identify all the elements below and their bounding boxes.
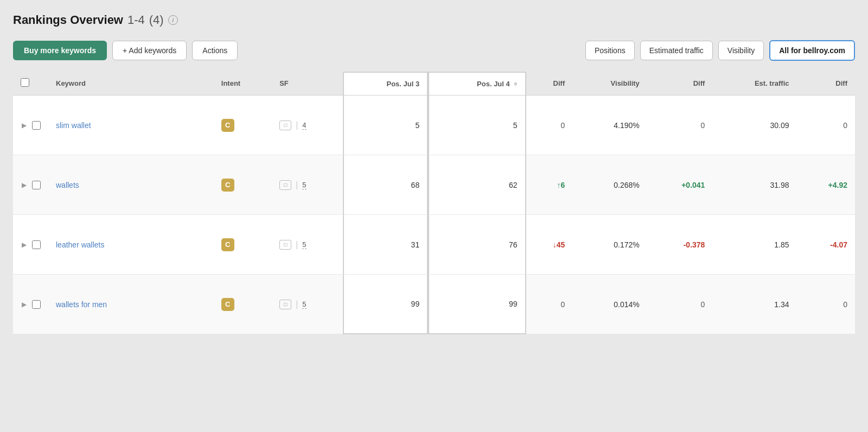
intent-badge: C: [221, 238, 234, 251]
sf-number[interactable]: 5: [302, 181, 306, 189]
keyword-cell: slim wallet: [48, 96, 214, 155]
row-checkbox[interactable]: [32, 121, 41, 130]
keyword-cell: wallets: [48, 155, 214, 215]
diff1-cell: ↑6: [526, 155, 573, 215]
table-row: ▶ slim wallet C □ | 4 5 5 0 4.190% 0 30.…: [13, 96, 855, 155]
sf-icon: □: [279, 180, 291, 190]
th-est-traffic: Est. traffic: [712, 72, 796, 96]
est-traffic-cell: 1.34: [712, 275, 796, 334]
est-traffic-cell: 31.98: [712, 155, 796, 215]
keyword-cell: wallets for men: [48, 275, 214, 334]
pos-jul4-cell: 76: [428, 215, 526, 275]
th-visibility: Visibility: [572, 72, 647, 96]
traffic-diff-cell: 0: [796, 96, 855, 155]
expand-button[interactable]: ▶: [21, 180, 28, 190]
keyword-link[interactable]: wallets: [56, 181, 79, 189]
sf-icon: □: [279, 240, 291, 250]
toolbar: Buy more keywords + Add keywords Actions…: [13, 40, 855, 61]
pos-jul3-cell: 68: [343, 155, 428, 215]
sf-cell: □ | 4: [272, 96, 343, 155]
visibility-cell: 0.172%: [572, 215, 647, 275]
select-all-checkbox[interactable]: [21, 78, 29, 87]
keyword-cell: leather wallets: [48, 215, 214, 275]
pos-jul3-cell: 99: [343, 275, 428, 334]
table-row: ▶ wallets C □ | 5 68 62 ↑6 0.268% +0.041…: [13, 155, 855, 215]
sf-icon: □: [279, 300, 291, 309]
sf-number[interactable]: 5: [302, 240, 306, 249]
diff1-cell: 0: [526, 275, 573, 334]
page-title: Rankings Overview 1-4 (4) i: [13, 13, 855, 27]
intent-cell: C: [214, 96, 272, 155]
sf-cell: □ | 5: [272, 275, 343, 334]
actions-button[interactable]: Actions: [192, 41, 238, 60]
visibility-cell: 4.190%: [572, 96, 647, 155]
th-diff2: Diff: [647, 72, 713, 96]
traffic-diff-cell: +4.92: [796, 155, 855, 215]
row-checkbox[interactable]: [32, 300, 41, 309]
intent-cell: C: [214, 155, 272, 215]
visibility-cell: 0.268%: [572, 155, 647, 215]
est-traffic-cell: 30.09: [712, 96, 796, 155]
th-intent: Intent: [214, 72, 272, 96]
traffic-diff-cell: 0: [796, 275, 855, 334]
estimated-traffic-tab[interactable]: Estimated traffic: [640, 41, 713, 60]
vis-diff-cell: +0.041: [647, 155, 713, 215]
buy-keywords-button[interactable]: Buy more keywords: [13, 41, 107, 60]
sf-number[interactable]: 4: [302, 121, 306, 130]
intent-cell: C: [214, 275, 272, 334]
pos-jul4-cell: 5: [428, 96, 526, 155]
th-keyword: Keyword: [48, 72, 214, 96]
sf-cell: □ | 5: [272, 215, 343, 275]
table-row: ▶ wallets for men C □ | 5 99 99 0 0.014%…: [13, 275, 855, 334]
vis-diff-cell: 0: [647, 96, 713, 155]
expand-button[interactable]: ▶: [21, 300, 28, 309]
site-filter-button[interactable]: All for bellroy.com: [769, 40, 855, 61]
pos-jul4-cell: 99: [428, 275, 526, 334]
visibility-tab[interactable]: Visibility: [718, 41, 764, 60]
vis-diff-cell: -0.378: [647, 215, 713, 275]
sort-icon[interactable]: ≡: [514, 81, 518, 87]
intent-badge: C: [221, 119, 234, 132]
sf-cell: □ | 5: [272, 155, 343, 215]
traffic-diff-cell: -4.07: [796, 215, 855, 275]
pos-jul3-cell: 5: [343, 96, 428, 155]
intent-badge: C: [221, 179, 234, 192]
expand-button[interactable]: ▶: [21, 120, 28, 130]
intent-badge: C: [221, 298, 234, 311]
sf-number[interactable]: 5: [302, 300, 306, 309]
th-checkbox: [13, 72, 48, 96]
intent-cell: C: [214, 215, 272, 275]
positions-tab[interactable]: Positions: [585, 41, 635, 60]
pos-jul3-cell: 31: [343, 215, 428, 275]
pos-jul4-cell: 62: [428, 155, 526, 215]
th-pos-jul3: Pos. Jul 3: [343, 72, 428, 96]
keyword-link[interactable]: leather wallets: [56, 240, 105, 249]
row-checkbox[interactable]: [32, 181, 41, 189]
th-sf: SF: [272, 72, 343, 96]
est-traffic-cell: 1.85: [712, 215, 796, 275]
sf-icon: □: [279, 120, 291, 130]
vis-diff-cell: 0: [647, 275, 713, 334]
th-pos-jul4: Pos. Jul 4 ≡: [428, 72, 526, 96]
diff1-cell: 0: [526, 96, 573, 155]
keyword-link[interactable]: wallets for men: [56, 300, 107, 309]
diff1-cell: ↓45: [526, 215, 573, 275]
info-icon[interactable]: i: [168, 15, 178, 25]
add-keywords-button[interactable]: + Add keywords: [112, 41, 187, 60]
row-checkbox[interactable]: [32, 240, 41, 249]
visibility-cell: 0.014%: [572, 275, 647, 334]
keyword-link[interactable]: slim wallet: [56, 121, 91, 130]
rankings-table: Keyword Intent SF Pos. Jul 3 Pos. Jul 4 …: [13, 72, 855, 334]
th-diff3: Diff: [796, 72, 855, 96]
table-row: ▶ leather wallets C □ | 5 31 76 ↓45 0.17…: [13, 215, 855, 275]
th-diff1: Diff: [526, 72, 573, 96]
expand-button[interactable]: ▶: [21, 240, 28, 250]
